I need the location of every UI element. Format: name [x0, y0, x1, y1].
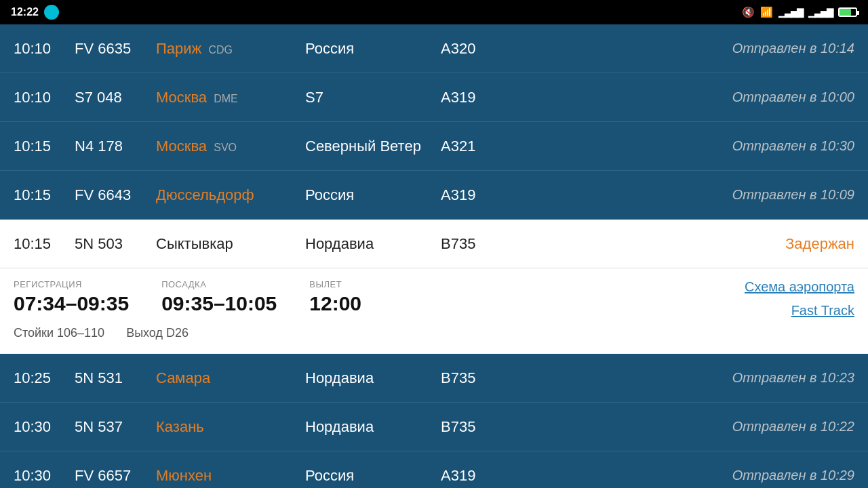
flight-number: 5N 531: [75, 369, 156, 387]
flight-status: Отправлен в 10:30: [502, 138, 854, 154]
flight-destination: Казань: [156, 418, 305, 436]
airport-schema-link[interactable]: Схема аэропорта: [745, 279, 854, 295]
details-right: Схема аэропорта Fast Track: [705, 279, 854, 319]
registration-label: РЕГИСТРАЦИЯ: [14, 279, 129, 289]
table-row[interactable]: 10:15 N4 178 Москва SVO Северный Ветер A…: [0, 122, 868, 171]
table-row[interactable]: 10:10 S7 048 Москва DME S7 A319 Отправле…: [0, 73, 868, 122]
flight-aircraft: A319: [441, 467, 502, 485]
wifi-icon: 📶: [760, 6, 773, 18]
boarding-value: 09:35–10:05: [161, 292, 277, 315]
flight-aircraft: A319: [441, 186, 502, 204]
counters-info: Стойки 106–110: [14, 326, 104, 340]
flight-time: 10:15: [14, 138, 75, 155]
flight-number: S7 048: [75, 89, 156, 106]
signal1-icon: ▁▃▅▇: [778, 7, 803, 18]
details-left: РЕГИСТРАЦИЯ 07:34–09:35 ПОСАДКА 09:35–10…: [14, 279, 705, 340]
flight-time: 10:10: [14, 89, 75, 106]
battery-icon: [838, 7, 857, 17]
flight-time: 10:15: [14, 186, 75, 204]
flight-destination: Париж CDG: [156, 40, 305, 58]
flight-airline: Россия: [305, 186, 441, 204]
flight-destination: Мюнхен: [156, 467, 305, 485]
flight-time: 10:30: [14, 467, 75, 485]
expanded-details-panel: РЕГИСТРАЦИЯ 07:34–09:35 ПОСАДКА 09:35–10…: [0, 268, 868, 354]
expanded-flight-number: 5N 503: [75, 235, 156, 253]
flight-number: N4 178: [75, 138, 156, 155]
flight-number: 5N 537: [75, 418, 156, 436]
flight-airline: Нордавиа: [305, 418, 441, 436]
gate-info: Выход D26: [126, 326, 189, 340]
flight-number: FV 6643: [75, 186, 156, 204]
flight-status: Отправлен в 10:22: [502, 419, 854, 434]
flight-airline: Россия: [305, 40, 441, 58]
flight-destination: Москва DME: [156, 89, 305, 106]
boarding-block: ПОСАДКА 09:35–10:05: [161, 279, 277, 315]
flight-aircraft: B735: [441, 369, 502, 387]
flight-aircraft: A321: [441, 138, 502, 155]
app-icon: [44, 5, 59, 20]
flight-status: Отправлен в 10:14: [502, 41, 854, 56]
status-right: 🔇 📶 ▁▃▅▇ ▁▃▅▇: [742, 6, 857, 18]
flight-aircraft: A320: [441, 40, 502, 58]
departure-value: 12:00: [309, 292, 361, 315]
mute-icon: 🔇: [742, 6, 755, 18]
flight-airline: Северный Ветер: [305, 138, 441, 155]
flight-time: 10:30: [14, 418, 75, 436]
boarding-label: ПОСАДКА: [161, 279, 277, 289]
departure-label: ВЫЛЕТ: [309, 279, 361, 289]
expanded-flight-aircraft: B735: [441, 235, 502, 253]
flight-destination: Москва SVO: [156, 138, 305, 155]
flight-destination: Самара: [156, 369, 305, 387]
flight-airline: Нордавиа: [305, 369, 441, 387]
expanded-flight-row[interactable]: 10:15 5N 503 Сыктывкар Нордавиа B735 Зад…: [0, 220, 868, 354]
flight-number: FV 6657: [75, 467, 156, 485]
flight-table: 10:10 FV 6635 Париж CDG Россия A320 Отпр…: [0, 24, 868, 488]
table-row[interactable]: 10:10 FV 6635 Париж CDG Россия A320 Отпр…: [0, 24, 868, 73]
departure-block: ВЫЛЕТ 12:00: [309, 279, 361, 315]
flight-number: FV 6635: [75, 40, 156, 58]
time-display: 12:22: [11, 6, 39, 18]
expanded-main-row[interactable]: 10:15 5N 503 Сыктывкар Нордавиа B735 Зад…: [0, 220, 868, 268]
flight-status: Отправлен в 10:29: [502, 468, 854, 483]
expanded-flight-destination: Сыктывкар: [156, 235, 305, 253]
table-row[interactable]: 10:25 5N 531 Самара Нордавиа B735 Отправ…: [0, 354, 868, 403]
flight-destination: Дюссельдорф: [156, 186, 305, 204]
table-row[interactable]: 10:30 FV 6657 Мюнхен Россия A319 Отправл…: [0, 451, 868, 488]
signal2-icon: ▁▃▅▇: [808, 7, 833, 18]
flight-status: Отправлен в 10:00: [502, 89, 854, 105]
expanded-flight-airline: Нордавиа: [305, 235, 441, 253]
registration-block: РЕГИСТРАЦИЯ 07:34–09:35: [14, 279, 129, 315]
registration-value: 07:34–09:35: [14, 292, 129, 315]
expanded-flight-status: Задержан: [502, 235, 854, 253]
expanded-flight-time: 10:15: [14, 235, 75, 253]
flight-status: Отправлен в 10:23: [502, 370, 854, 386]
table-row[interactable]: 10:15 FV 6643 Дюссельдорф Россия A319 От…: [0, 171, 868, 220]
table-row[interactable]: 10:30 5N 537 Казань Нордавиа B735 Отправ…: [0, 403, 868, 451]
flight-time: 10:25: [14, 369, 75, 387]
flight-aircraft: A319: [441, 89, 502, 106]
flight-airline: Россия: [305, 467, 441, 485]
flight-status: Отправлен в 10:09: [502, 187, 854, 203]
flight-aircraft: B735: [441, 418, 502, 436]
flight-time: 10:10: [14, 40, 75, 58]
status-left: 12:22: [11, 5, 59, 20]
status-bar: 12:22 🔇 📶 ▁▃▅▇ ▁▃▅▇: [0, 0, 868, 24]
gate-info-row: Стойки 106–110 Выход D26: [14, 326, 705, 340]
flight-airline: S7: [305, 89, 441, 106]
fast-track-link[interactable]: Fast Track: [791, 303, 854, 319]
